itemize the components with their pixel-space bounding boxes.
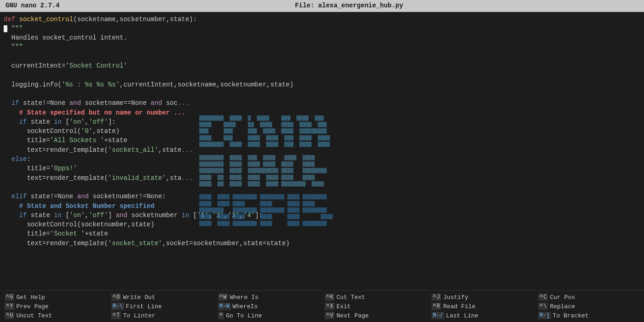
shortcut-cur-pos[interactable]: ^C Cur Pos	[535, 293, 642, 302]
code-line-6: currentIntent='Socket Control'	[4, 61, 640, 70]
shortcut-key-w: ^W	[218, 293, 228, 301]
code-line-12: if state in ['on','off']:	[4, 117, 640, 126]
shortcut-label-write-out: Write Out	[123, 294, 155, 301]
editor-area[interactable]: def socket_control(socketname,socketnumb…	[0, 12, 644, 281]
shortcut-write-out[interactable]: ^O Write Out	[109, 293, 215, 302]
code-line-20: elif state!=None and socketnumber!=None:	[4, 192, 640, 201]
code-line-10: if state!=None and socketname==None and …	[4, 98, 640, 108]
shortcut-key-o: ^O	[111, 293, 121, 301]
code-line-25: text=render_template('socket_state',sock…	[4, 239, 640, 248]
shortcut-key-r: ^R	[431, 303, 441, 310]
code-line-21: # State and Socket Number specified	[4, 201, 640, 211]
code-line-15: text=render_template('sockets_all',state…	[4, 145, 640, 155]
shortcut-key-m-w: M-W	[218, 303, 231, 310]
code-line-8: logging.info('%s : %s %s %s',currentInte…	[4, 80, 640, 89]
app: GNU nano 2.7.4 File: alexa_energenie_hub…	[0, 0, 644, 322]
shortcut-uncut-text[interactable]: ^U Uncut Text	[2, 311, 109, 320]
shortcut-key-j: ^J	[431, 293, 441, 301]
shortcut-key-u: ^U	[5, 312, 14, 319]
shortcut-to-linter[interactable]: ^T To Linter	[109, 311, 215, 320]
title-left: GNU nano 2.7.4	[6, 1, 60, 11]
shortcut-last-line[interactable]: M-/ Last Line	[429, 311, 535, 320]
shortcut-key-x: ^X	[325, 303, 334, 310]
code-line-1: def socket_control(socketname,socketnumb…	[4, 15, 640, 24]
shortcut-label-first-line: First Line	[126, 303, 162, 310]
shortcut-label-read-file: Read File	[443, 303, 475, 310]
shortcut-whereis[interactable]: M-W WhereIs	[215, 302, 322, 311]
code-line-22: if state in ['on','off'] and socketnumbe…	[4, 211, 640, 220]
shortcut-label-where-is: Where Is	[230, 294, 258, 301]
shortcut-exit[interactable]: ^X Exit	[322, 302, 429, 311]
code-line-24: title='Socket '+state	[4, 229, 640, 238]
shortcut-next-page[interactable]: ^V Next Page	[322, 311, 429, 320]
shortcut-key-caret: ^	[218, 312, 224, 319]
title-center: File: alexa_energenie_hub.py	[295, 1, 403, 11]
shortcut-key-g: ^G	[5, 293, 14, 301]
shortcut-key-m-bs: M-\	[111, 303, 124, 310]
shortcut-label-justify: Justify	[443, 294, 468, 301]
shortcut-label-go-to-line: Go To Line	[226, 312, 262, 319]
shortcut-go-to-line[interactable]: ^ Go To Line	[215, 311, 322, 320]
code-line-11: # State specified but no name or number …	[4, 108, 640, 117]
code-line-19	[4, 183, 640, 192]
code-line-14: title='All Sockets '+state	[4, 136, 640, 145]
title-bar: GNU nano 2.7.4 File: alexa_energenie_hub…	[0, 0, 644, 12]
code-line-13: socketControl('0',state)	[4, 126, 640, 136]
shortcut-key-m-slash: M-/	[431, 312, 444, 319]
shortcut-label-cut-text: Cut Text	[336, 294, 365, 301]
shortcut-bar: ^G Get Help ^O Write Out ^W Where Is ^K …	[0, 290, 644, 322]
cursor	[4, 25, 7, 32]
shortcut-key-m-bracket: M-]	[538, 312, 551, 319]
shortcut-label-next-page: Next Page	[336, 312, 368, 319]
code-line-3: Handles socket_control intent.	[4, 33, 640, 42]
shortcut-label-cur-pos: Cur Pos	[550, 294, 575, 301]
code-line-23: socketControl(socketnumber,state)	[4, 220, 640, 229]
shortcut-key-bs: ^\	[538, 303, 548, 310]
shortcut-label-exit: Exit	[336, 303, 351, 310]
shortcut-label-get-help: Get Help	[16, 294, 45, 301]
shortcut-label-last-line: Last Line	[446, 312, 478, 319]
shortcut-label-replace: Replace	[550, 303, 575, 310]
shortcut-to-bracket[interactable]: M-] To Bracket	[535, 311, 642, 320]
shortcut-label-to-linter: To Linter	[123, 312, 155, 319]
shortcut-cut-text[interactable]: ^K Cut Text	[322, 293, 429, 302]
code-line-9	[4, 89, 640, 98]
shortcut-label-whereis: WhereIs	[233, 303, 258, 310]
shortcut-key-c: ^C	[538, 293, 548, 301]
code-line-7	[4, 70, 640, 80]
shortcut-justify[interactable]: ^J Justify	[429, 293, 535, 302]
shortcut-label-prev-page: Prev Page	[16, 303, 48, 310]
code-line-4: """	[4, 42, 640, 52]
shortcut-where-is[interactable]: ^W Where Is	[215, 293, 322, 302]
shortcut-read-file[interactable]: ^R Read File	[429, 302, 535, 311]
shortcut-key-v: ^V	[325, 312, 334, 319]
shortcut-key-t: ^T	[111, 312, 121, 319]
shortcut-get-help[interactable]: ^G Get Help	[2, 293, 109, 302]
shortcut-prev-page[interactable]: ^Y Prev Page	[2, 302, 109, 311]
shortcut-first-line[interactable]: M-\ First Line	[109, 302, 215, 311]
code-line-2: """	[4, 24, 640, 33]
shortcut-key-y: ^Y	[5, 303, 14, 310]
code-line-18: text=render_template('invalid_state',sta…	[4, 173, 640, 183]
code-line-17: title='Opps!'	[4, 164, 640, 173]
shortcut-label-to-bracket: To Bracket	[553, 312, 589, 319]
shortcut-label-uncut-text: Uncut Text	[16, 312, 52, 319]
code-line-16: else:	[4, 155, 640, 164]
shortcut-replace[interactable]: ^\ Replace	[535, 302, 642, 311]
code-line-5	[4, 52, 640, 61]
shortcut-key-k: ^K	[325, 293, 334, 301]
status-bar	[0, 281, 644, 290]
